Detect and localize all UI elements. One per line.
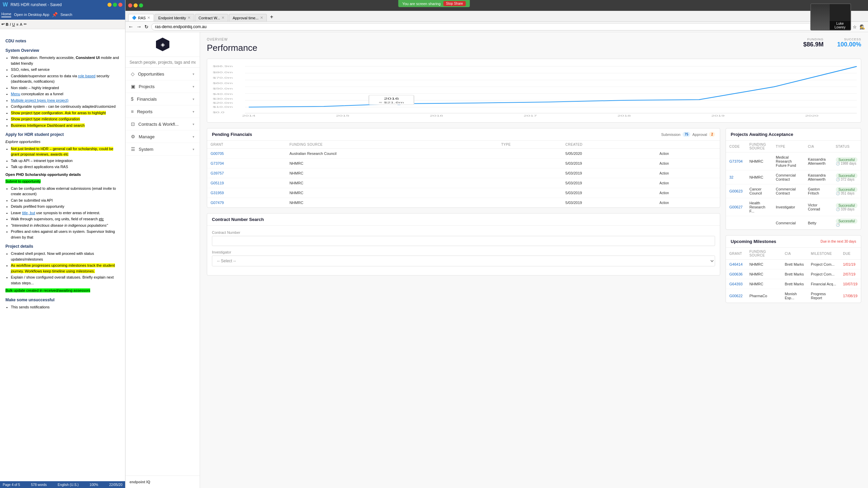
tab-endpoint-identity[interactable]: Endpoint Identity ✕ <box>155 14 194 21</box>
search-input[interactable] <box>130 60 196 65</box>
browser-close[interactable] <box>128 3 132 7</box>
search-ribbon[interactable]: Search <box>60 13 72 17</box>
approval-badge: 2 <box>709 132 715 137</box>
url-bar[interactable] <box>151 23 850 30</box>
col-cia: CIA <box>805 141 832 152</box>
open-desktop[interactable]: Open in Desktop App <box>14 13 49 17</box>
col-milestone: MILESTONE <box>808 248 840 260</box>
table-row: G00622 PharmaCo Monish Esp... Progress R… <box>726 289 861 303</box>
browser-min[interactable] <box>134 3 138 7</box>
grant-link[interactable]: G39757 <box>211 171 224 175</box>
opportunities-icon: ◇ <box>131 71 135 77</box>
milestone-grant-link[interactable]: G00622 <box>729 294 743 298</box>
sidebar-item-opportunities[interactable]: ◇ Opportunities ▾ <box>125 68 200 80</box>
reports-icon: ≡ <box>131 109 134 114</box>
svg-text:2018: 2018 <box>617 114 631 117</box>
minimize-button[interactable] <box>107 3 112 7</box>
page-count: Page 4 of 5 <box>3 483 20 487</box>
new-tab-button[interactable]: + <box>268 13 276 21</box>
sidebar-search[interactable] <box>125 57 200 68</box>
sidebar-item-manage[interactable]: ⚙ Manage ▾ <box>125 130 200 143</box>
svg-text:2014: 2014 <box>242 114 256 117</box>
system-overview-heading: System Overview <box>5 47 120 54</box>
code-link[interactable]: G73704 <box>729 159 743 163</box>
forward-button[interactable]: → <box>136 24 142 30</box>
grant-link[interactable]: G07479 <box>211 201 224 205</box>
financials-icon: $ <box>131 96 134 102</box>
svg-text:$20.0m: $20.0m <box>213 101 233 104</box>
tab-approval[interactable]: Approval time... ✕ <box>229 14 267 21</box>
code-link[interactable]: G00627 <box>729 205 743 209</box>
code-link[interactable]: G00623 <box>729 189 743 193</box>
col-action <box>656 141 720 149</box>
grant-link[interactable]: G73704 <box>211 161 224 165</box>
svg-text:2016: 2016 <box>430 114 443 117</box>
table-row: G05119 NHMRC 5/03/2019 Action <box>207 178 720 188</box>
tab-contract[interactable]: Contract W... ✕ <box>195 14 229 21</box>
milestone-grant-link[interactable]: G00636 <box>729 272 743 276</box>
submission-label: Submission <box>661 133 680 137</box>
grant-link[interactable]: G00705 <box>211 151 224 156</box>
chevron-down-icon-7: ▾ <box>193 147 194 151</box>
table-row: G31959 NHMRC 5/03/2019 Action <box>207 188 720 198</box>
days-text: 🕐 339 days <box>836 207 857 211</box>
sidebar-item-reports[interactable]: ≡ Reports ▾ <box>125 105 200 118</box>
tab-ras[interactable]: 🔷 RAS ✕ <box>128 14 154 21</box>
upcoming-milestones-header: Upcoming Milestones Due in the next 30 d… <box>726 236 861 248</box>
grant-link[interactable]: G31959 <box>211 191 224 195</box>
pending-financials-table: GRANT FUNDING SOURCE TYPE CREATED G00705… <box>207 141 720 207</box>
refresh-button[interactable]: ↻ <box>144 24 149 29</box>
chevron-down-icon-5: ▾ <box>193 122 194 126</box>
pending-financials-header: Pending Financials Submission 75 Approva… <box>207 128 720 141</box>
grant-link[interactable]: G05119 <box>211 181 224 185</box>
sidebar-item-system[interactable]: ☰ System ▾ <box>125 143 200 156</box>
contract-number-group: Contract Number <box>212 230 715 246</box>
zoom-level: 100% <box>90 483 98 487</box>
svg-text:2020: 2020 <box>805 114 818 117</box>
svg-text:2017: 2017 <box>524 114 537 117</box>
sidebar-item-projects[interactable]: ▣ Projects ▾ <box>125 80 200 93</box>
stop-share-button[interactable]: Stop Share <box>443 1 466 6</box>
close-button[interactable] <box>118 3 122 7</box>
back-button[interactable]: ← <box>128 24 134 30</box>
investigator-select[interactable]: -- Select -- <box>212 256 715 266</box>
screen-share-bar: You are screen sharing Stop Share <box>398 0 470 7</box>
sidebar-item-contracts[interactable]: ⊡ Contracts & Workfl... ▾ <box>125 118 200 130</box>
contract-number-input[interactable] <box>212 236 715 246</box>
logo-hex: ◈ <box>156 38 170 51</box>
upcoming-milestones-title: Upcoming Milestones <box>731 239 776 244</box>
due-label: Due in the next 30 days <box>821 240 856 243</box>
milestone-grant-link[interactable]: G46414 <box>729 262 743 266</box>
contract-number-label: Contract Number <box>212 230 715 235</box>
date: 22/05/20 <box>109 483 122 487</box>
milestone-grant-link[interactable]: G64393 <box>729 282 743 286</box>
col-grant: GRANT <box>207 141 286 149</box>
sidebar-item-financials[interactable]: $ Financials ▾ <box>125 93 200 105</box>
svg-text:$10.0m: $10.0m <box>213 105 233 108</box>
home-tab[interactable]: Home <box>1 12 11 17</box>
explore-list: Not just limited to HDR – general call f… <box>11 146 120 170</box>
contract-search-card: Contract Number Search Contract Number I… <box>207 213 720 276</box>
chevron-down-icon-6: ▾ <box>193 135 194 139</box>
main-content: OVERVIEW Performance FUNDING $86.9M SUCC… <box>200 32 868 488</box>
due-date: 2/07/19 <box>840 269 861 279</box>
pending-financials-title: Pending Financials <box>212 132 252 137</box>
project-details-list: Created shell project. Now will proceed … <box>11 251 120 286</box>
bookmark-button[interactable]: ☆ <box>853 24 857 29</box>
funding-header: FUNDING $86.9M SUCCESS 100.00% <box>803 38 861 48</box>
svg-text:2015: 2015 <box>336 114 350 117</box>
maximize-button[interactable] <box>113 3 117 7</box>
table-row: G00627 Health Research F... Investigator… <box>726 198 861 216</box>
table-row: G00623 Cancer Council Commercial Contrac… <box>726 184 861 198</box>
investigator-label: Investigator <box>212 250 715 254</box>
col-status: STATUS <box>832 141 861 152</box>
word-count: 578 words <box>31 483 47 487</box>
word-titlebar: W RMS HDR runsheet - Saved <box>0 0 125 9</box>
browser-max[interactable] <box>139 3 143 7</box>
projects-awaiting-header: Projects Awaiting Acceptance <box>726 128 861 141</box>
browser-tabs: 🔷 RAS ✕ Endpoint Identity ✕ Contract W..… <box>125 11 868 22</box>
due-date: 10/07/19 <box>840 279 861 289</box>
days-text: 🕐 1988 days <box>836 162 857 165</box>
code-link[interactable]: 32 <box>729 175 733 179</box>
investigator-group: Investigator -- Select -- <box>212 250 715 266</box>
